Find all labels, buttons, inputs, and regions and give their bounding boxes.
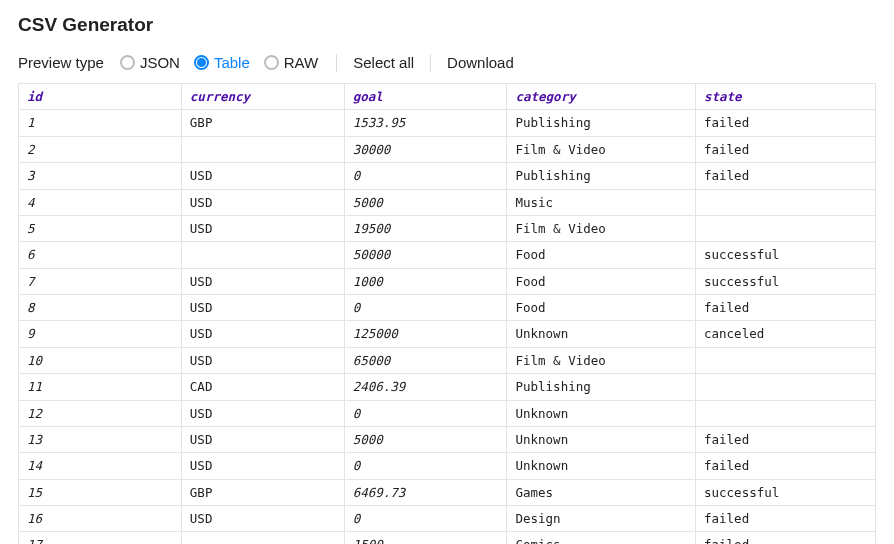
- preview-option-label: Table: [214, 54, 250, 71]
- cell-currency: USD: [181, 268, 344, 294]
- cell-state: failed: [696, 532, 876, 544]
- cell-category: Unknown: [507, 426, 696, 452]
- table-row[interactable]: 171500Comicsfailed: [19, 532, 876, 544]
- preview-option-raw[interactable]: RAW: [260, 52, 322, 73]
- col-header-category[interactable]: category: [507, 84, 696, 110]
- table-row[interactable]: 1GBP1533.95Publishingfailed: [19, 110, 876, 136]
- radio-icon: [194, 55, 209, 70]
- cell-currency: USD: [181, 347, 344, 373]
- cell-currency: USD: [181, 506, 344, 532]
- cell-goal: 65000: [344, 347, 507, 373]
- preview-option-table[interactable]: Table: [190, 52, 254, 73]
- cell-id: 10: [19, 347, 182, 373]
- cell-goal: 0: [344, 295, 507, 321]
- cell-state: [696, 347, 876, 373]
- cell-category: Film & Video: [507, 215, 696, 241]
- cell-currency: USD: [181, 163, 344, 189]
- cell-goal: 5000: [344, 189, 507, 215]
- table-row[interactable]: 5USD19500Film & Video: [19, 215, 876, 241]
- cell-goal: 6469.73: [344, 479, 507, 505]
- table-row[interactable]: 15GBP6469.73Gamessuccessful: [19, 479, 876, 505]
- col-header-state[interactable]: state: [696, 84, 876, 110]
- table-row[interactable]: 4USD5000Music: [19, 189, 876, 215]
- cell-id: 14: [19, 453, 182, 479]
- table-row[interactable]: 650000Foodsuccessful: [19, 242, 876, 268]
- col-header-id[interactable]: id: [19, 84, 182, 110]
- cell-currency: GBP: [181, 110, 344, 136]
- cell-currency: CAD: [181, 374, 344, 400]
- cell-goal: 1533.95: [344, 110, 507, 136]
- table-row[interactable]: 14USD0Unknownfailed: [19, 453, 876, 479]
- col-header-goal[interactable]: goal: [344, 84, 507, 110]
- cell-id: 6: [19, 242, 182, 268]
- cell-goal: 0: [344, 163, 507, 189]
- cell-goal: 5000: [344, 426, 507, 452]
- cell-category: Food: [507, 295, 696, 321]
- page-title: CSV Generator: [18, 14, 876, 36]
- cell-goal: 2406.39: [344, 374, 507, 400]
- cell-category: Unknown: [507, 321, 696, 347]
- cell-id: 2: [19, 136, 182, 162]
- cell-state: successful: [696, 268, 876, 294]
- preview-option-json[interactable]: JSON: [116, 52, 184, 73]
- data-table: id currency goal category state 1GBP1533…: [18, 83, 876, 544]
- cell-state: failed: [696, 163, 876, 189]
- cell-currency: USD: [181, 215, 344, 241]
- table-row[interactable]: 11CAD2406.39Publishing: [19, 374, 876, 400]
- cell-category: Food: [507, 242, 696, 268]
- cell-goal: 0: [344, 506, 507, 532]
- cell-state: failed: [696, 506, 876, 532]
- table-row[interactable]: 230000Film & Videofailed: [19, 136, 876, 162]
- table-header-row: id currency goal category state: [19, 84, 876, 110]
- cell-category: Unknown: [507, 400, 696, 426]
- cell-state: failed: [696, 110, 876, 136]
- cell-currency: [181, 242, 344, 268]
- cell-category: Music: [507, 189, 696, 215]
- table-row[interactable]: 16USD0Designfailed: [19, 506, 876, 532]
- cell-goal: 1000: [344, 268, 507, 294]
- preview-option-label: RAW: [284, 54, 318, 71]
- cell-currency: USD: [181, 189, 344, 215]
- cell-state: failed: [696, 426, 876, 452]
- cell-category: Publishing: [507, 163, 696, 189]
- table-row[interactable]: 7USD1000Foodsuccessful: [19, 268, 876, 294]
- cell-state: [696, 400, 876, 426]
- table-row[interactable]: 9USD125000Unknowncanceled: [19, 321, 876, 347]
- table-row[interactable]: 10USD65000Film & Video: [19, 347, 876, 373]
- cell-currency: USD: [181, 453, 344, 479]
- cell-state: [696, 189, 876, 215]
- cell-state: failed: [696, 136, 876, 162]
- table-row[interactable]: 3USD0Publishingfailed: [19, 163, 876, 189]
- cell-category: Unknown: [507, 453, 696, 479]
- preview-option-label: JSON: [140, 54, 180, 71]
- table-row[interactable]: 13USD5000Unknownfailed: [19, 426, 876, 452]
- cell-category: Publishing: [507, 374, 696, 400]
- cell-goal: 1500: [344, 532, 507, 544]
- toolbar-divider: [336, 54, 337, 72]
- cell-goal: 0: [344, 400, 507, 426]
- cell-state: successful: [696, 242, 876, 268]
- table-row[interactable]: 8USD0Foodfailed: [19, 295, 876, 321]
- cell-id: 5: [19, 215, 182, 241]
- toolbar: Preview type JSON Table RAW Select all D…: [18, 52, 876, 73]
- cell-id: 7: [19, 268, 182, 294]
- cell-state: [696, 374, 876, 400]
- cell-currency: USD: [181, 426, 344, 452]
- cell-goal: 0: [344, 453, 507, 479]
- col-header-currency[interactable]: currency: [181, 84, 344, 110]
- cell-goal: 125000: [344, 321, 507, 347]
- cell-id: 8: [19, 295, 182, 321]
- download-button[interactable]: Download: [445, 52, 516, 73]
- preview-type-label: Preview type: [18, 54, 104, 71]
- cell-id: 4: [19, 189, 182, 215]
- select-all-button[interactable]: Select all: [351, 52, 416, 73]
- cell-category: Publishing: [507, 110, 696, 136]
- cell-id: 1: [19, 110, 182, 136]
- cell-state: [696, 215, 876, 241]
- cell-currency: [181, 136, 344, 162]
- cell-id: 9: [19, 321, 182, 347]
- cell-state: failed: [696, 295, 876, 321]
- cell-category: Film & Video: [507, 347, 696, 373]
- table-row[interactable]: 12USD0Unknown: [19, 400, 876, 426]
- cell-goal: 30000: [344, 136, 507, 162]
